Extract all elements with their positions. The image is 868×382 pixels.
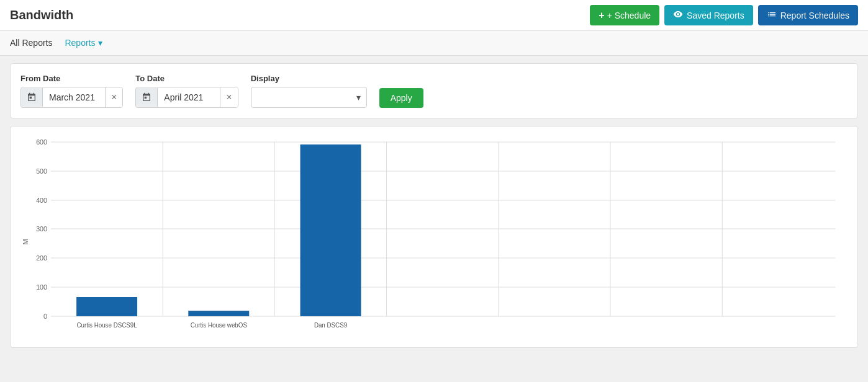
bar-label-dan-dscs9: Dan DSCS9 — [314, 322, 348, 329]
nav-bar: All Reports Reports ▾ — [0, 31, 868, 56]
filter-panel: From Date March 2021 × To Date April 202… — [10, 63, 858, 118]
to-date-label: To Date — [135, 74, 238, 83]
display-label: Display — [251, 74, 367, 83]
display-select[interactable] — [251, 88, 351, 107]
chevron-down-icon: ▾ — [98, 38, 102, 48]
y-tick-600: 600 — [36, 138, 47, 146]
report-schedules-label: Report Schedules — [780, 11, 849, 20]
from-date-input-wrapper: March 2021 × — [20, 87, 123, 108]
display-chevron-icon: ▾ — [351, 88, 366, 107]
chart-container: M 0 100 200 300 400 500 600 — [20, 136, 848, 347]
y-tick-400: 400 — [36, 197, 47, 204]
bar-curtis-dscs9l — [76, 297, 137, 316]
y-tick-100: 100 — [36, 283, 47, 291]
saved-reports-button[interactable]: Saved Reports — [664, 5, 753, 25]
all-reports-nav[interactable]: All Reports — [10, 32, 52, 55]
from-date-label: From Date — [20, 74, 123, 83]
schedule-label: + Schedule — [607, 11, 651, 20]
y-axis-label: M — [22, 239, 29, 244]
page-title: Bandwidth — [10, 8, 73, 22]
display-group: Display ▾ — [251, 74, 367, 108]
list-icon — [767, 9, 777, 21]
reports-nav[interactable]: Reports ▾ — [65, 32, 102, 55]
y-tick-300: 300 — [36, 225, 47, 233]
chart-panel: M 0 100 200 300 400 500 600 — [10, 126, 858, 348]
from-date-calendar-icon[interactable] — [21, 88, 43, 107]
from-date-clear-button[interactable]: × — [105, 87, 122, 107]
from-date-value[interactable]: March 2021 — [43, 88, 105, 107]
apply-button[interactable]: Apply — [379, 88, 423, 108]
reports-nav-label: Reports — [65, 38, 95, 48]
y-tick-0: 0 — [43, 313, 47, 320]
to-date-value[interactable]: April 2021 — [158, 88, 220, 107]
bar-dan-dscs9 — [301, 144, 361, 316]
header-buttons: + + Schedule Saved Reports Report Schedu… — [590, 5, 858, 25]
y-tick-200: 200 — [36, 254, 47, 262]
to-date-input-wrapper: April 2021 × — [135, 87, 238, 108]
saved-reports-label: Saved Reports — [687, 11, 744, 20]
to-date-calendar-icon[interactable] — [136, 88, 158, 107]
bar-chart: M 0 100 200 300 400 500 600 — [20, 136, 848, 347]
y-tick-500: 500 — [36, 167, 47, 175]
schedule-button[interactable]: + + Schedule — [590, 5, 659, 25]
from-date-group: From Date March 2021 × — [20, 74, 123, 108]
header: Bandwidth + + Schedule Saved Reports Rep… — [0, 0, 868, 31]
report-schedules-button[interactable]: Report Schedules — [758, 5, 858, 25]
to-date-group: To Date April 2021 × — [135, 74, 238, 108]
eye-icon — [673, 9, 683, 21]
plus-icon: + — [599, 10, 604, 21]
filter-row: From Date March 2021 × To Date April 202… — [20, 74, 848, 108]
main-content: From Date March 2021 × To Date April 202… — [0, 56, 868, 355]
bar-label-curtis-webos: Curtis House webOS — [191, 322, 248, 329]
to-date-clear-button[interactable]: × — [220, 87, 237, 107]
bar-curtis-webos — [188, 311, 249, 316]
bar-label-curtis-dscs9l: Curtis House DSCS9L — [76, 322, 137, 329]
display-select-wrapper: ▾ — [251, 87, 367, 108]
